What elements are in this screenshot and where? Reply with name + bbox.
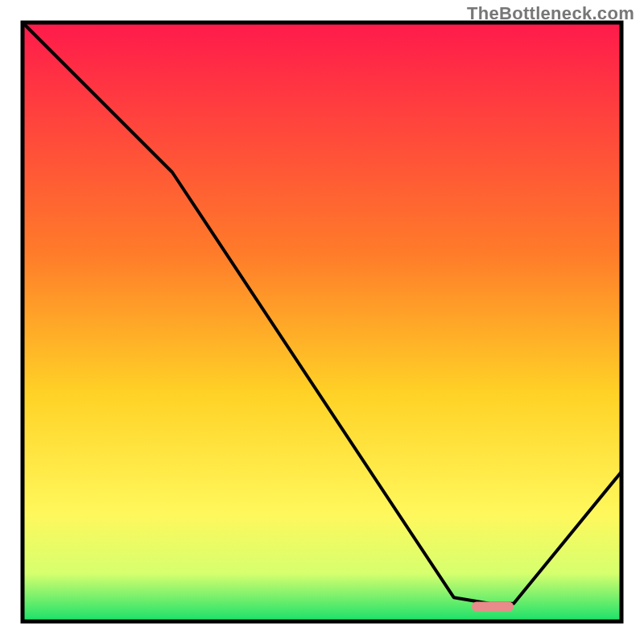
- bottleneck-chart: [0, 0, 644, 644]
- optimum-marker: [472, 601, 514, 611]
- chart-container: TheBottleneck.com: [0, 0, 644, 644]
